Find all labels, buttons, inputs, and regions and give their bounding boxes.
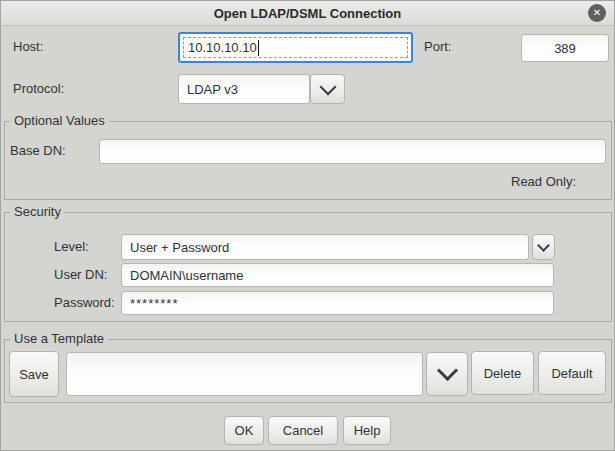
security-level-combobox[interactable]: User + Password [121,234,529,260]
base-dn-label: Base DN: [10,143,66,158]
host-input[interactable]: 10.10.10.10 [178,32,413,63]
password-input[interactable]: ******** [121,291,554,315]
ok-button-label: OK [235,423,254,438]
delete-button-label: Delete [484,366,522,381]
template-dropdown-button[interactable] [426,352,468,396]
security-level-dropdown-button[interactable] [532,234,555,260]
chevron-down-icon [319,78,336,95]
help-button-label: Help [354,423,381,438]
save-button-label: Save [19,367,49,382]
protocol-dropdown-button[interactable] [310,74,345,104]
text-caret [258,40,259,56]
close-button[interactable]: ✕ [588,4,606,22]
template-title: Use a Template [10,331,108,346]
default-button[interactable]: Default [538,351,606,395]
security-level-value: User + Password [130,240,229,255]
protocol-combobox[interactable]: LDAP v3 [178,74,310,104]
close-icon: ✕ [593,8,601,18]
base-dn-input[interactable] [99,139,606,164]
security-level-label: Level: [54,239,89,254]
ok-button[interactable]: OK [224,416,264,445]
port-label: Port: [424,39,451,54]
protocol-label: Protocol: [13,81,64,96]
host-value: 10.10.10.10 [188,40,257,55]
window-title: Open LDAP/DSML Connection [214,6,402,21]
default-button-label: Default [551,366,592,381]
help-button[interactable]: Help [343,416,391,445]
template-combobox[interactable] [66,352,423,396]
host-label: Host: [13,39,43,54]
chevron-down-icon [537,239,550,252]
cancel-button-label: Cancel [283,423,323,438]
password-value: ******** [130,296,178,311]
cancel-button[interactable]: Cancel [268,416,338,445]
open-ldap-connection-dialog: Open LDAP/DSML Connection ✕ Host: 10.10.… [0,0,615,451]
password-label: Password: [54,295,115,310]
security-title: Security [10,204,65,219]
optional-values-title: Optional Values [10,113,109,128]
delete-button[interactable]: Delete [471,351,534,395]
save-button[interactable]: Save [9,351,59,397]
user-dn-value: DOMAIN\username [130,268,243,283]
user-dn-label: User DN: [54,267,107,282]
protocol-value: LDAP v3 [187,82,238,97]
chevron-down-icon [436,360,457,381]
titlebar[interactable]: Open LDAP/DSML Connection ✕ [1,1,614,26]
user-dn-input[interactable]: DOMAIN\username [121,263,554,287]
port-input[interactable]: 389 [521,34,609,62]
read-only-label: Read Only: [511,174,576,189]
port-value: 389 [554,41,576,56]
